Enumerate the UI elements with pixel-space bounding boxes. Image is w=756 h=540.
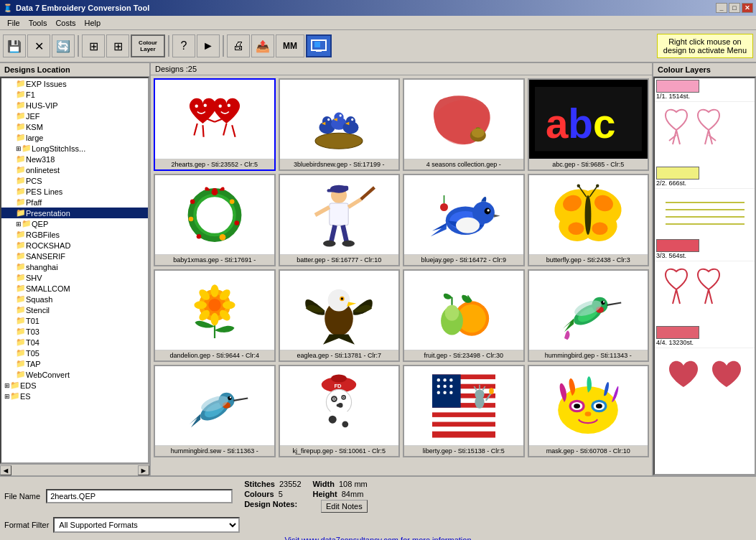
minimize-button[interactable]: _	[716, 3, 727, 13]
tree-item-onlinetest[interactable]: 📁 onlinetest	[1, 164, 148, 175]
tree-container[interactable]: 📁 EXP Issues📁 F1📁 HUS-VIP📁 JEF📁 KSM📁 lar…	[0, 77, 149, 464]
svg-point-68	[577, 184, 580, 187]
tree-item-t03[interactable]: 📁 T03	[1, 326, 148, 337]
tree-item-t05[interactable]: 📁 T05	[1, 348, 148, 358]
tree-item-jef[interactable]: 📁 JEF	[1, 111, 148, 121]
height-value: 84mm	[342, 490, 364, 498]
folder-icon: 📁	[16, 165, 26, 174]
close-file-button[interactable]: ✕	[27, 34, 50, 57]
edit-notes-button[interactable]: Edit Notes	[321, 500, 368, 513]
tree-scrollbar-h[interactable]: ◄ ►	[0, 464, 149, 475]
colour-layer-button[interactable]: Colour Layer	[131, 34, 165, 57]
export-button[interactable]: 📤	[251, 34, 274, 57]
mm-button[interactable]: MM	[276, 34, 304, 57]
tree-item-webconvert[interactable]: 📁 WebConvert	[1, 369, 148, 380]
tree-item-new318[interactable]: 📁 New318	[1, 154, 148, 164]
colour-layer-preview-3	[655, 261, 755, 325]
design-item-batter[interactable]: batter.gep - Sti:16777 - Clr:10	[279, 174, 401, 266]
design-item-abc[interactable]: abc abc.gep - Sti:9685 - Clr:5	[528, 78, 650, 171]
svg-line-172	[709, 289, 712, 304]
design-label-baby1xmas: baby1xmas.gep - Sti:17691 -	[155, 254, 274, 265]
svg-point-151	[558, 386, 618, 434]
design-item-4seasons[interactable]: 4 seasons collection.gep -	[403, 78, 525, 171]
save-button[interactable]: 💾	[3, 34, 26, 57]
design-item-kj-firepup[interactable]: FD	[279, 365, 401, 457]
menu-help[interactable]: Help	[80, 17, 106, 29]
tree-label: Presentation	[26, 209, 70, 218]
design-item-hummingbird[interactable]: hummingbird.gep - Sti:11343 -	[528, 269, 650, 362]
tree-item-rockshad[interactable]: 📁 ROCKSHAD	[1, 240, 148, 251]
tree-item-tap[interactable]: 📁 TAP	[1, 358, 148, 369]
design-item-2hearts[interactable]: 2hearts.gep - Sti:23552 - Clr:5	[154, 78, 276, 171]
maximize-button[interactable]: □	[729, 3, 740, 13]
design-item-liberty[interactable]: liberty.gep - Sti:15138 - Clr:5	[403, 365, 525, 457]
colour-layers-container[interactable]: 1/1. 1514st.	[653, 77, 756, 475]
tree-item-t04[interactable]: 📁 T04	[1, 337, 148, 348]
tree-item-t01[interactable]: 📁 T01	[1, 315, 148, 326]
design-item-baby1xmas[interactable]: baby1xmas.gep - Sti:17691 -	[154, 174, 276, 266]
tree-item-ksm[interactable]: 📁 KSM	[1, 121, 148, 132]
tree-item-shv[interactable]: 📁 SHV	[1, 272, 148, 283]
design-item-eaglea[interactable]: eaglea.gep - Sti:13781 - Clr:7	[279, 269, 401, 362]
format-select[interactable]: All Supported Formats	[53, 517, 240, 533]
close-button[interactable]: ✕	[742, 3, 753, 13]
tree-item-longstitchiss---[interactable]: ⊞ 📁 LongStitchIss...	[1, 143, 148, 154]
tree-item-qep[interactable]: ⊞ 📁 QEP	[1, 218, 148, 229]
tree-item-f1[interactable]: 📁 F1	[1, 89, 148, 100]
width-label: Width	[313, 480, 335, 488]
print-button[interactable]: 🖨	[227, 34, 250, 57]
arrow-button[interactable]: ►	[197, 34, 220, 57]
colour-swatch-3[interactable]	[656, 239, 699, 252]
designs-grid-container[interactable]: 2hearts.gep - Sti:23552 - Clr:5	[151, 75, 652, 475]
tree-item-pcs[interactable]: 📁 PCS	[1, 175, 148, 186]
help-button[interactable]: ?	[172, 34, 195, 57]
svg-line-10	[202, 125, 203, 137]
tree-item-es[interactable]: ⊞ 📁 ES	[1, 391, 148, 401]
website-link[interactable]: Visit www.data7consultancy.com for more …	[0, 534, 756, 540]
tree-item-shanghai[interactable]: 📁 shanghai	[1, 261, 148, 272]
svg-line-169	[673, 289, 676, 304]
tree-label: ES	[20, 392, 31, 401]
colour-swatch-4[interactable]	[656, 326, 699, 339]
colours-label: Colours	[244, 490, 274, 498]
colour-swatch-1[interactable]	[656, 80, 699, 93]
svg-rect-133	[432, 427, 495, 432]
tree-item-sanserif[interactable]: 📁 SANSERIF	[1, 251, 148, 261]
monitor-button[interactable]	[306, 34, 332, 57]
svg-point-29	[195, 195, 234, 235]
tree-item-stencil[interactable]: 📁 Stencil	[1, 304, 148, 315]
tree-item-squash[interactable]: 📁 Squash	[1, 294, 148, 304]
tree-item-pfaff[interactable]: 📁 Pfaff	[1, 197, 148, 208]
tree-item-smallcom[interactable]: 📁 SMALLCOM	[1, 283, 148, 294]
design-item-mask[interactable]: mask.gep - Sti:60708 - Clr:10	[528, 365, 650, 457]
tree-item-hus-vip[interactable]: 📁 HUS-VIP	[1, 100, 148, 111]
tree-item-exp-issues[interactable]: 📁 EXP Issues	[1, 78, 148, 89]
design-item-fruit[interactable]: fruit.gep - Sti:23498 - Clr:30	[403, 269, 525, 362]
design-item-dandelion[interactable]: dandelion.gep - Sti:9644 - Clr:4	[154, 269, 276, 362]
refresh-button[interactable]: 🔄	[52, 34, 75, 57]
design-item-bluejay[interactable]: bluejay.gep - Sti:16472 - Clr:9	[403, 174, 525, 266]
menu-tools[interactable]: Tools	[24, 17, 52, 29]
tree-label: RGBFiles	[26, 231, 60, 239]
tree-item-presentation[interactable]: 📁 Presentation	[1, 208, 148, 218]
svg-point-82	[208, 299, 221, 312]
file-info-row: File Name Stitches 23552 Colours 5 Desig…	[0, 477, 756, 516]
tree-item-large[interactable]: 📁 large	[1, 132, 148, 143]
tree-item-eds[interactable]: ⊞ 📁 EDS	[1, 380, 148, 391]
folder-icon: 📁	[16, 327, 26, 336]
svg-point-143	[449, 391, 452, 394]
colour-swatch-2[interactable]	[656, 167, 699, 180]
grid-button[interactable]: ⊞	[106, 34, 129, 57]
design-item-3bluebirds[interactable]: 3bluebirdsnew.gep - Sti:17199 -	[279, 78, 401, 171]
design-item-butterfly[interactable]: butterfly.gep - Sti:2438 - Clr:3	[528, 174, 650, 266]
svg-point-135	[437, 378, 439, 381]
folder-icon: 📁	[16, 122, 26, 131]
menu-costs[interactable]: Costs	[51, 17, 80, 29]
tree-item-pes-lines[interactable]: 📁 PES Lines	[1, 186, 148, 197]
design-item-hummingbird-sew[interactable]: hummingbird.sew - Sti:11363 -	[154, 365, 276, 457]
file-name-input[interactable]	[46, 489, 233, 503]
folder-icon: 📁	[16, 273, 26, 282]
convert-button[interactable]: ⊞	[82, 34, 105, 57]
tree-item-rgbfiles[interactable]: 📁 RGBFiles	[1, 229, 148, 240]
menu-file[interactable]: File	[3, 17, 24, 29]
